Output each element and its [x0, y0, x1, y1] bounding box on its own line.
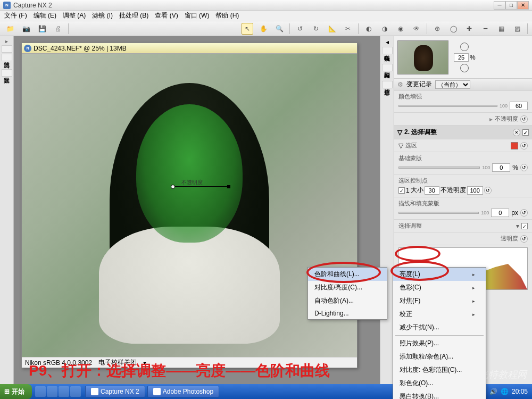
menu-item-colorize[interactable]: 彩色化(O)...	[393, 377, 486, 390]
step-selection[interactable]: ▽ 选区 ↺	[394, 139, 532, 152]
menu-item-levels[interactable]: 色阶和曲线(L)...	[308, 268, 387, 281]
menu-item-contrast[interactable]: 对比度/亮度(C)...	[308, 281, 387, 294]
menu-view[interactable]: 查看 (V)	[153, 10, 180, 21]
camera-icon[interactable]: 📷	[20, 23, 32, 35]
stroke-input[interactable]	[491, 209, 509, 217]
cp-checkbox[interactable]	[398, 187, 405, 194]
lasso-icon[interactable]: ◯	[447, 23, 459, 35]
zoom-tool-icon[interactable]: 🔍	[273, 23, 285, 35]
cp-size-input[interactable]	[425, 186, 439, 195]
zoom-input[interactable]	[454, 53, 469, 62]
control-point-end[interactable]	[227, 185, 230, 188]
collapse-icon[interactable]: ◂	[386, 38, 389, 46]
menu-window[interactable]: 窗口 (W)	[182, 10, 212, 21]
control-point-widget[interactable]: 不透明度	[171, 179, 235, 195]
ql-icon[interactable]	[59, 386, 69, 397]
brush-minus-icon[interactable]: ━	[479, 23, 491, 35]
reset-icon[interactable]: ↺	[520, 235, 528, 243]
cp-opacity-input[interactable]	[467, 186, 483, 195]
menu-item-focus[interactable]: 对焦(F)▸	[393, 294, 486, 307]
maximize-button[interactable]: □	[505, 1, 517, 10]
slider-track[interactable]	[398, 167, 480, 169]
redeye-icon[interactable]: 👁	[411, 23, 422, 35]
collapse-icon[interactable]: ▸	[5, 62, 8, 68]
neutral-point-icon[interactable]: ◉	[395, 23, 406, 35]
menu-item-photoeffect[interactable]: 照片效果(P)...	[393, 337, 486, 350]
straighten-icon[interactable]: 📐	[326, 23, 338, 35]
tab-browser[interactable]: 浏览器	[2, 54, 12, 61]
collapse-icon[interactable]: ▸	[5, 38, 8, 44]
step-seladjust[interactable]: 选择调整 ▾	[394, 220, 532, 232]
slider-track[interactable]	[398, 212, 479, 214]
menu-edit[interactable]: 编辑 (E)	[31, 10, 59, 21]
rotate-ccw-icon[interactable]: ↺	[294, 23, 306, 35]
collapse-icon[interactable]: ◂	[386, 55, 389, 63]
menu-item-brightness[interactable]: 亮度(L)▸	[393, 268, 486, 281]
menu-item-grain[interactable]: 添加颗粒/杂色(A)...	[393, 350, 486, 363]
menu-help[interactable]: 帮助 (H)	[213, 10, 241, 21]
task-capturenx[interactable]: Capture NX 2	[85, 386, 145, 397]
canvas[interactable]: 不透明度	[22, 54, 357, 357]
start-button[interactable]: ⊞ 开始	[0, 384, 32, 399]
ql-icon[interactable]	[35, 386, 46, 397]
step-checkbox[interactable]	[522, 129, 529, 136]
menu-item-noise[interactable]: 减少干扰(N)...	[393, 321, 486, 334]
menu-item-bw[interactable]: 黑白转换(B)...	[393, 390, 486, 399]
reset-icon[interactable]: ↺	[520, 209, 528, 217]
pointer-tool-icon[interactable]: ↖	[242, 23, 253, 35]
white-point-icon[interactable]: ◑	[379, 23, 390, 35]
fill-icon[interactable]: ▨	[511, 23, 523, 35]
menu-item-autolevels[interactable]: 自动色阶(A)...	[308, 294, 387, 307]
control-point-handle[interactable]	[171, 185, 175, 189]
menu-file[interactable]: 文件 (F)	[2, 10, 29, 21]
tab-photoinfo[interactable]: 照片信息	[382, 81, 393, 88]
reset-icon[interactable]: ↺	[484, 187, 492, 194]
step-opacity2[interactable]: 透明度 ↺	[394, 232, 532, 245]
menu-filter[interactable]: 滤镜 (I)	[90, 10, 115, 21]
control-point-icon[interactable]: ⊕	[431, 23, 443, 35]
task-photoshop[interactable]: Adobe Photoshop	[147, 386, 219, 397]
brush-plus-icon[interactable]: ✚	[463, 23, 475, 35]
gear-icon[interactable]: ⚙	[397, 81, 403, 88]
colorboost-input[interactable]	[510, 102, 528, 110]
history-select[interactable]: （当前）	[435, 80, 470, 89]
menu-item-color[interactable]: 色彩(C)▸	[393, 281, 486, 294]
reset-icon[interactable]: ↺	[520, 164, 528, 171]
tab-metadata[interactable]: 元数据	[2, 69, 12, 77]
hand-tool-icon[interactable]: ✋	[257, 23, 269, 35]
navigator-thumbnail[interactable]	[397, 40, 448, 74]
close-button[interactable]: ✕	[517, 1, 529, 10]
tab-birdseye[interactable]: 鸟瞰镜头	[382, 47, 393, 54]
ql-icon[interactable]	[47, 386, 57, 397]
system-tray[interactable]: 🔊 🌐 20:05	[485, 388, 532, 395]
seladjust-checkbox[interactable]	[521, 223, 528, 229]
step-2-header[interactable]: ▽2. 选择调整 ×	[394, 126, 532, 139]
menu-batch[interactable]: 批处理 (B)	[117, 10, 151, 21]
menu-item-dlighting[interactable]: D-Lighting...	[308, 307, 387, 319]
step-colorboost[interactable]: 颜色增强 100	[394, 90, 532, 113]
menu-item-correction[interactable]: 校正▸	[393, 307, 486, 321]
print-icon[interactable]: 🖨	[52, 23, 64, 35]
collapse-icon[interactable]: ◂	[386, 72, 389, 80]
gradient-icon[interactable]: ▦	[495, 23, 507, 35]
ql-icon[interactable]	[70, 386, 81, 397]
tab-editlist[interactable]: 编辑列表	[382, 64, 393, 71]
reset-icon[interactable]: ↺	[520, 142, 528, 149]
tray-icon[interactable]: 🔊	[489, 388, 497, 395]
basemask-input[interactable]	[492, 163, 510, 172]
zoom-out-icon[interactable]	[460, 64, 469, 72]
selection-color-swatch[interactable]	[511, 142, 518, 149]
delete-step-icon[interactable]: ×	[513, 129, 520, 136]
step-opacity[interactable]: ▸ 不透明度 ↺	[394, 113, 532, 126]
save-icon[interactable]: 💾	[36, 23, 48, 35]
minimize-button[interactable]: ─	[494, 1, 505, 10]
reset-icon[interactable]: ↺	[520, 115, 528, 123]
black-point-icon[interactable]: ◐	[363, 23, 375, 35]
tray-icon[interactable]: 🌐	[501, 388, 509, 395]
open-icon[interactable]: 📁	[4, 23, 16, 35]
rotate-cw-icon[interactable]: ↻	[310, 23, 322, 35]
menu-adjust[interactable]: 调整 (A)	[61, 10, 88, 21]
crop-icon[interactable]: ✂	[342, 23, 354, 35]
tab-folders[interactable]: 文件夹	[2, 45, 12, 53]
menu-item-contrastrange[interactable]: 对比度: 色彩范围(C)...	[393, 363, 486, 377]
